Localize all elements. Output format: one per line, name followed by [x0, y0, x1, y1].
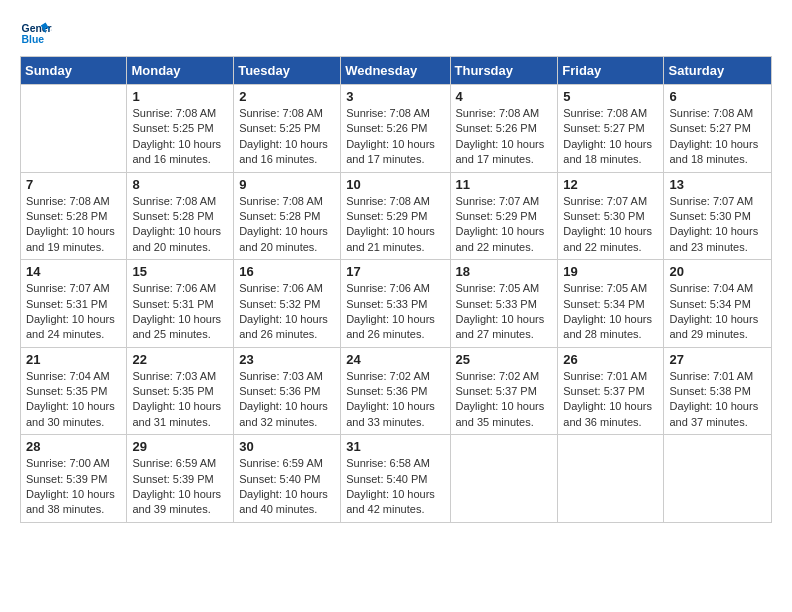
day-info: Sunrise: 7:07 AMSunset: 5:30 PMDaylight:… — [563, 194, 658, 256]
day-info: Sunrise: 7:01 AMSunset: 5:38 PMDaylight:… — [669, 369, 766, 431]
day-info: Sunrise: 7:08 AMSunset: 5:26 PMDaylight:… — [456, 106, 553, 168]
day-info: Sunrise: 7:06 AMSunset: 5:31 PMDaylight:… — [132, 281, 228, 343]
day-number: 6 — [669, 89, 766, 104]
day-info: Sunrise: 6:58 AMSunset: 5:40 PMDaylight:… — [346, 456, 444, 518]
day-info: Sunrise: 7:08 AMSunset: 5:25 PMDaylight:… — [132, 106, 228, 168]
day-number: 23 — [239, 352, 335, 367]
day-info: Sunrise: 7:04 AMSunset: 5:35 PMDaylight:… — [26, 369, 121, 431]
day-info: Sunrise: 7:03 AMSunset: 5:35 PMDaylight:… — [132, 369, 228, 431]
day-number: 19 — [563, 264, 658, 279]
svg-text:General: General — [22, 23, 52, 34]
calendar-cell — [558, 435, 664, 523]
calendar-cell: 16Sunrise: 7:06 AMSunset: 5:32 PMDayligh… — [234, 260, 341, 348]
day-info: Sunrise: 7:06 AMSunset: 5:33 PMDaylight:… — [346, 281, 444, 343]
day-number: 14 — [26, 264, 121, 279]
calendar-cell: 20Sunrise: 7:04 AMSunset: 5:34 PMDayligh… — [664, 260, 772, 348]
day-info: Sunrise: 7:08 AMSunset: 5:29 PMDaylight:… — [346, 194, 444, 256]
logo: General Blue — [20, 16, 52, 48]
day-number: 27 — [669, 352, 766, 367]
day-info: Sunrise: 7:07 AMSunset: 5:29 PMDaylight:… — [456, 194, 553, 256]
day-number: 7 — [26, 177, 121, 192]
calendar-cell: 27Sunrise: 7:01 AMSunset: 5:38 PMDayligh… — [664, 347, 772, 435]
calendar-cell: 28Sunrise: 7:00 AMSunset: 5:39 PMDayligh… — [21, 435, 127, 523]
calendar-cell: 1Sunrise: 7:08 AMSunset: 5:25 PMDaylight… — [127, 85, 234, 173]
day-number: 28 — [26, 439, 121, 454]
calendar-cell: 9Sunrise: 7:08 AMSunset: 5:28 PMDaylight… — [234, 172, 341, 260]
calendar-cell: 17Sunrise: 7:06 AMSunset: 5:33 PMDayligh… — [341, 260, 450, 348]
week-row-4: 21Sunrise: 7:04 AMSunset: 5:35 PMDayligh… — [21, 347, 772, 435]
calendar-cell: 19Sunrise: 7:05 AMSunset: 5:34 PMDayligh… — [558, 260, 664, 348]
calendar-cell: 12Sunrise: 7:07 AMSunset: 5:30 PMDayligh… — [558, 172, 664, 260]
day-number: 9 — [239, 177, 335, 192]
calendar-cell: 18Sunrise: 7:05 AMSunset: 5:33 PMDayligh… — [450, 260, 558, 348]
day-number: 15 — [132, 264, 228, 279]
day-number: 16 — [239, 264, 335, 279]
day-info: Sunrise: 7:08 AMSunset: 5:27 PMDaylight:… — [563, 106, 658, 168]
calendar-cell: 24Sunrise: 7:02 AMSunset: 5:36 PMDayligh… — [341, 347, 450, 435]
day-info: Sunrise: 7:02 AMSunset: 5:36 PMDaylight:… — [346, 369, 444, 431]
day-info: Sunrise: 7:00 AMSunset: 5:39 PMDaylight:… — [26, 456, 121, 518]
day-number: 11 — [456, 177, 553, 192]
week-row-2: 7Sunrise: 7:08 AMSunset: 5:28 PMDaylight… — [21, 172, 772, 260]
day-number: 25 — [456, 352, 553, 367]
calendar-cell: 7Sunrise: 7:08 AMSunset: 5:28 PMDaylight… — [21, 172, 127, 260]
day-number: 10 — [346, 177, 444, 192]
day-info: Sunrise: 7:07 AMSunset: 5:31 PMDaylight:… — [26, 281, 121, 343]
day-header-saturday: Saturday — [664, 57, 772, 85]
calendar-cell: 4Sunrise: 7:08 AMSunset: 5:26 PMDaylight… — [450, 85, 558, 173]
day-info: Sunrise: 7:08 AMSunset: 5:28 PMDaylight:… — [239, 194, 335, 256]
day-number: 30 — [239, 439, 335, 454]
day-header-tuesday: Tuesday — [234, 57, 341, 85]
day-header-friday: Friday — [558, 57, 664, 85]
day-info: Sunrise: 7:01 AMSunset: 5:37 PMDaylight:… — [563, 369, 658, 431]
day-number: 4 — [456, 89, 553, 104]
calendar-cell: 22Sunrise: 7:03 AMSunset: 5:35 PMDayligh… — [127, 347, 234, 435]
day-info: Sunrise: 6:59 AMSunset: 5:40 PMDaylight:… — [239, 456, 335, 518]
day-number: 21 — [26, 352, 121, 367]
day-info: Sunrise: 6:59 AMSunset: 5:39 PMDaylight:… — [132, 456, 228, 518]
calendar-cell — [450, 435, 558, 523]
svg-text:Blue: Blue — [22, 34, 45, 45]
calendar-cell: 5Sunrise: 7:08 AMSunset: 5:27 PMDaylight… — [558, 85, 664, 173]
day-number: 13 — [669, 177, 766, 192]
day-info: Sunrise: 7:08 AMSunset: 5:25 PMDaylight:… — [239, 106, 335, 168]
page-header: General Blue — [20, 16, 772, 48]
day-header-sunday: Sunday — [21, 57, 127, 85]
day-number: 20 — [669, 264, 766, 279]
calendar-cell: 13Sunrise: 7:07 AMSunset: 5:30 PMDayligh… — [664, 172, 772, 260]
day-number: 17 — [346, 264, 444, 279]
calendar-cell: 14Sunrise: 7:07 AMSunset: 5:31 PMDayligh… — [21, 260, 127, 348]
day-info: Sunrise: 7:08 AMSunset: 5:28 PMDaylight:… — [26, 194, 121, 256]
day-number: 18 — [456, 264, 553, 279]
day-info: Sunrise: 7:08 AMSunset: 5:28 PMDaylight:… — [132, 194, 228, 256]
calendar-cell: 3Sunrise: 7:08 AMSunset: 5:26 PMDaylight… — [341, 85, 450, 173]
day-number: 8 — [132, 177, 228, 192]
week-row-1: 1Sunrise: 7:08 AMSunset: 5:25 PMDaylight… — [21, 85, 772, 173]
logo-icon: General Blue — [20, 16, 52, 48]
calendar-cell — [21, 85, 127, 173]
day-header-monday: Monday — [127, 57, 234, 85]
calendar-header-row: SundayMondayTuesdayWednesdayThursdayFrid… — [21, 57, 772, 85]
day-info: Sunrise: 7:04 AMSunset: 5:34 PMDaylight:… — [669, 281, 766, 343]
calendar-cell: 26Sunrise: 7:01 AMSunset: 5:37 PMDayligh… — [558, 347, 664, 435]
calendar-cell: 8Sunrise: 7:08 AMSunset: 5:28 PMDaylight… — [127, 172, 234, 260]
week-row-3: 14Sunrise: 7:07 AMSunset: 5:31 PMDayligh… — [21, 260, 772, 348]
calendar-cell: 10Sunrise: 7:08 AMSunset: 5:29 PMDayligh… — [341, 172, 450, 260]
calendar-cell: 6Sunrise: 7:08 AMSunset: 5:27 PMDaylight… — [664, 85, 772, 173]
day-header-wednesday: Wednesday — [341, 57, 450, 85]
day-number: 2 — [239, 89, 335, 104]
day-info: Sunrise: 7:08 AMSunset: 5:26 PMDaylight:… — [346, 106, 444, 168]
day-number: 31 — [346, 439, 444, 454]
calendar-cell: 2Sunrise: 7:08 AMSunset: 5:25 PMDaylight… — [234, 85, 341, 173]
day-info: Sunrise: 7:05 AMSunset: 5:33 PMDaylight:… — [456, 281, 553, 343]
day-info: Sunrise: 7:03 AMSunset: 5:36 PMDaylight:… — [239, 369, 335, 431]
calendar-cell: 11Sunrise: 7:07 AMSunset: 5:29 PMDayligh… — [450, 172, 558, 260]
day-number: 24 — [346, 352, 444, 367]
calendar-cell: 29Sunrise: 6:59 AMSunset: 5:39 PMDayligh… — [127, 435, 234, 523]
calendar-cell: 30Sunrise: 6:59 AMSunset: 5:40 PMDayligh… — [234, 435, 341, 523]
day-number: 5 — [563, 89, 658, 104]
day-info: Sunrise: 7:06 AMSunset: 5:32 PMDaylight:… — [239, 281, 335, 343]
day-number: 22 — [132, 352, 228, 367]
calendar-table: SundayMondayTuesdayWednesdayThursdayFrid… — [20, 56, 772, 523]
day-number: 1 — [132, 89, 228, 104]
